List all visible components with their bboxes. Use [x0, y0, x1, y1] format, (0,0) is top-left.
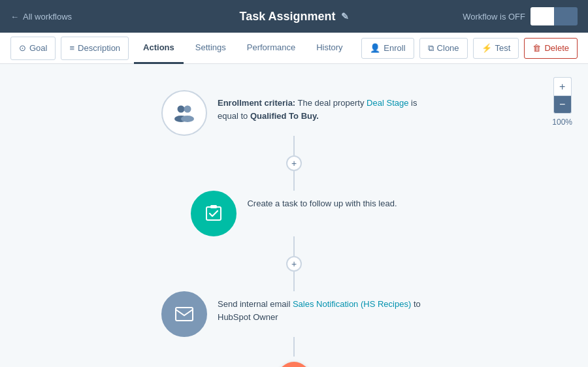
svg-point-3	[181, 116, 194, 122]
tab-performance-label: Performance	[247, 42, 295, 52]
toggle-buttons	[531, 7, 578, 25]
back-link-label: All workflows	[23, 12, 72, 22]
tab-actions-label: Actions	[143, 42, 174, 52]
connector-3	[293, 236, 295, 256]
description-icon: ≡	[69, 43, 74, 53]
test-icon: ⚡	[482, 43, 492, 53]
enroll-icon: 👤	[370, 43, 380, 53]
task-node[interactable]	[191, 191, 237, 236]
goal-button[interactable]: ⊙ Goal	[10, 37, 56, 60]
enrollment-criteria-prefix: Enrollment criteria:	[218, 98, 295, 108]
page-title-container: Task Assignment ✎	[239, 10, 348, 24]
back-arrow-icon: ←	[10, 12, 19, 22]
enrollment-node[interactable]	[161, 90, 207, 136]
connector-2	[293, 171, 295, 191]
email-node[interactable]	[161, 291, 207, 337]
test-button[interactable]: ⚡ Test	[473, 38, 519, 59]
toggle-off-button[interactable]	[531, 7, 554, 25]
task-icon	[204, 204, 223, 223]
connector-4	[293, 272, 295, 291]
tab-history[interactable]: History	[307, 33, 351, 64]
description-label: Description	[78, 43, 120, 53]
tab-settings[interactable]: Settings	[186, 33, 235, 64]
zoom-in-button[interactable]: +	[553, 77, 572, 95]
goal-label: Goal	[29, 43, 47, 53]
workflow-canvas: + − 100% Enrollment criteria: The deal p…	[0, 64, 588, 367]
email-icon	[175, 307, 193, 321]
task-text: Create a task to follow up with this lea…	[247, 199, 397, 208]
people-icon	[174, 104, 195, 122]
enrollment-label: Enrollment criteria: The deal property D…	[218, 90, 427, 122]
tab-settings-label: Settings	[195, 42, 226, 52]
zoom-controls: + − 100%	[552, 77, 572, 127]
delete-button[interactable]: 🗑 Delete	[524, 38, 578, 59]
email-notification-link[interactable]: Sales Notification (HS Recipes)	[293, 299, 411, 309]
svg-rect-5	[210, 205, 217, 208]
add-step-2[interactable]: +	[286, 256, 302, 272]
add-action-button[interactable]: +	[278, 362, 310, 367]
svg-point-0	[178, 106, 185, 113]
clone-button[interactable]: ⧉ Clone	[419, 38, 468, 59]
add-step-1[interactable]: +	[286, 155, 302, 171]
tab-actions[interactable]: Actions	[134, 33, 184, 64]
deal-stage-link[interactable]: Deal Stage	[367, 98, 408, 108]
enrollment-node-row: Enrollment criteria: The deal property D…	[98, 90, 490, 136]
workflow-container: Enrollment criteria: The deal property D…	[98, 77, 490, 367]
zoom-out-button[interactable]: −	[553, 95, 572, 114]
workflow-title: Task Assignment	[239, 10, 335, 24]
email-label: Send internal email Sales Notification (…	[218, 291, 427, 323]
top-bar: ← All workflows Task Assignment ✎ Workfl…	[0, 0, 588, 33]
tab-history-label: History	[316, 42, 342, 52]
task-label: Create a task to follow up with this lea…	[247, 191, 397, 210]
email-node-row: Send internal email Sales Notification (…	[98, 291, 490, 337]
enroll-button[interactable]: 👤 Enroll	[361, 38, 414, 59]
svg-rect-6	[176, 308, 193, 321]
toggle-on-button[interactable]	[554, 7, 578, 25]
zoom-level: 100%	[552, 118, 572, 127]
connector-1	[293, 136, 295, 155]
svg-rect-4	[206, 207, 221, 220]
workflow-status-label: Workflow is OFF	[463, 12, 525, 22]
delete-label: Delete	[544, 43, 569, 53]
svg-point-1	[184, 106, 191, 113]
test-label: Test	[495, 43, 511, 53]
enrollment-text: The deal property	[298, 98, 367, 108]
email-text-prefix: Send internal email	[218, 299, 293, 309]
clone-label: Clone	[437, 43, 459, 53]
description-button[interactable]: ≡ Description	[61, 37, 129, 60]
tab-performance[interactable]: Performance	[238, 33, 304, 64]
enroll-label: Enroll	[384, 43, 405, 53]
back-link[interactable]: ← All workflows	[10, 12, 72, 22]
clone-icon: ⧉	[428, 43, 434, 54]
task-node-row: Create a task to follow up with this lea…	[98, 191, 490, 236]
connector-5	[293, 337, 295, 357]
goal-icon: ⊙	[19, 43, 26, 53]
nav-bar: ⊙ Goal ≡ Description Actions Settings Pe…	[0, 33, 588, 64]
delete-icon: 🗑	[532, 43, 541, 53]
edit-title-icon[interactable]: ✎	[341, 11, 349, 22]
workflow-toggle-container: Workflow is OFF	[463, 7, 578, 25]
